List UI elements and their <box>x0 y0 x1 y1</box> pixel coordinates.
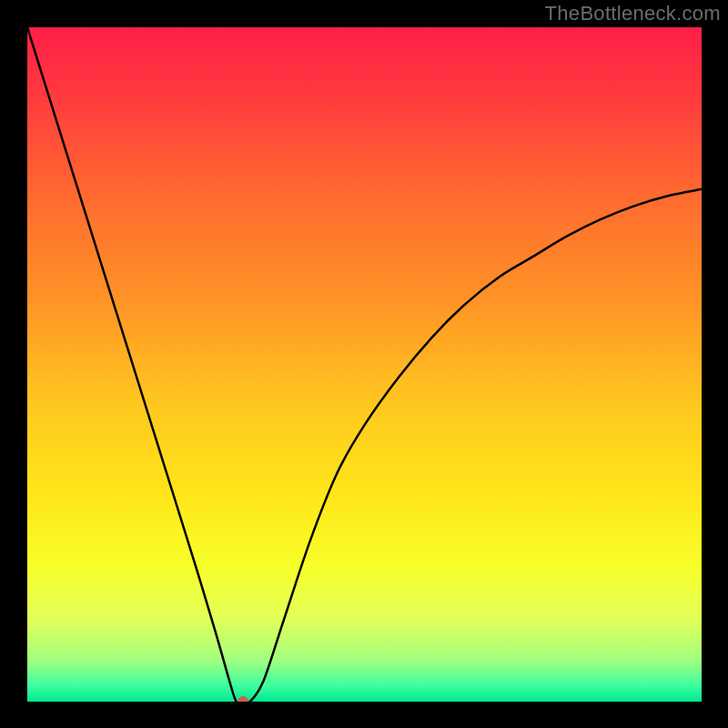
bottleneck-curve <box>27 27 702 702</box>
chart-frame: TheBottleneck.com <box>0 0 728 728</box>
optimal-point-marker <box>238 696 248 702</box>
watermark-label: TheBottleneck.com <box>545 2 721 25</box>
curve-layer <box>27 27 702 702</box>
